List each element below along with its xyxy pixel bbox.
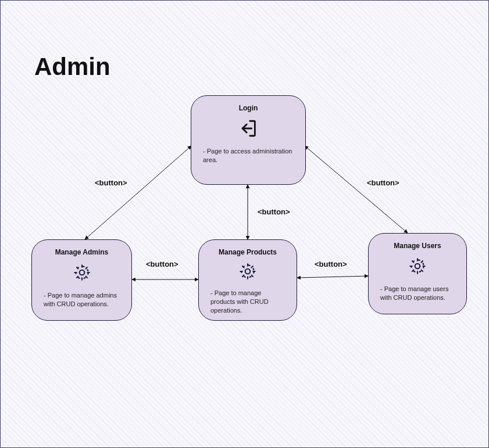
node-users-desc: - Page to manage users with CRUD operati… — [377, 285, 458, 302]
diagram-title: Admin — [34, 53, 110, 81]
node-users-title: Manage Users — [394, 242, 441, 250]
edge-label-products-users: <button> — [315, 260, 347, 268]
edge-products-users — [297, 276, 368, 278]
node-manage-users[interactable]: Manage Users - Page to manage users with… — [368, 233, 467, 314]
login-icon — [238, 118, 259, 139]
edge-label-login-admins: <button> — [95, 178, 127, 187]
node-products-desc: - Page to manage products with CRUD oper… — [207, 289, 288, 315]
node-admins-title: Manage Admins — [55, 248, 109, 256]
node-login-title: Login — [239, 104, 258, 112]
svg-point-3 — [245, 269, 251, 274]
gear-icon — [237, 262, 258, 281]
node-manage-products[interactable]: Manage Products - Page to manage product… — [198, 239, 297, 321]
edge-login-admins — [85, 146, 191, 239]
node-manage-admins[interactable]: Manage Admins - Page to manage admins wi… — [31, 239, 132, 321]
node-login[interactable]: Login - Page to access administration ar… — [191, 95, 306, 185]
edge-label-login-products: <button> — [258, 207, 290, 216]
node-admins-desc: - Page to manage admins with CRUD operat… — [40, 291, 123, 309]
diagram-canvas: Admin <button> <button> <button> <button… — [0, 0, 489, 448]
gear-icon — [407, 256, 428, 277]
gear-icon — [72, 262, 92, 283]
node-products-title: Manage Products — [219, 248, 277, 256]
edge-login-users — [305, 146, 408, 233]
edge-label-admins-products: <button> — [146, 260, 179, 268]
svg-point-5 — [415, 264, 420, 269]
edge-label-login-users: <button> — [367, 178, 399, 187]
node-login-desc: - Page to access administration area. — [199, 147, 297, 164]
svg-point-1 — [79, 270, 84, 275]
